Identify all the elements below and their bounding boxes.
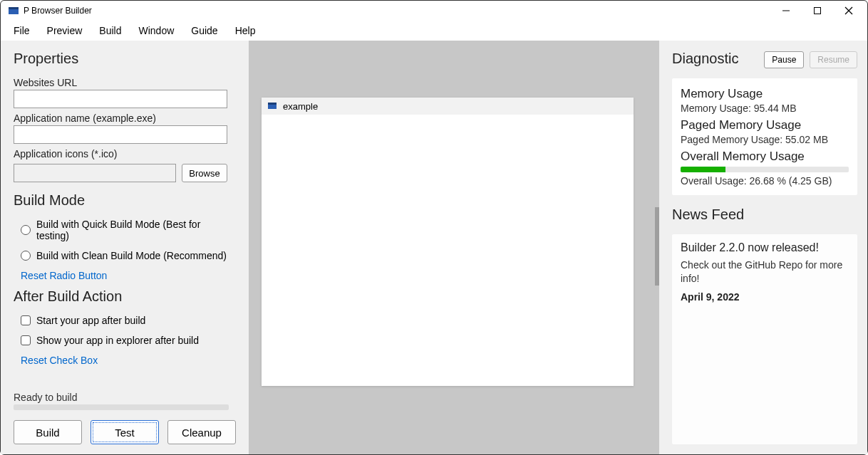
radio-quick-row[interactable]: Build with Quick Build Mode (Best for te… xyxy=(21,219,236,241)
menu-file[interactable]: File xyxy=(6,23,37,38)
check-show-row[interactable]: Show your app in explorer after build xyxy=(21,335,236,346)
browse-button[interactable]: Browse xyxy=(182,164,227,182)
app-icon xyxy=(267,101,277,111)
checkbox-icon xyxy=(21,315,31,325)
window-title: P Browser Builder xyxy=(24,6,92,16)
pause-button[interactable]: Pause xyxy=(764,51,804,68)
preview-title-text: example xyxy=(283,101,318,112)
menu-guide[interactable]: Guide xyxy=(184,23,224,38)
radio-icon xyxy=(21,251,31,261)
overall-memory-fill xyxy=(681,167,725,172)
check-show-label: Show your app in explorer after build xyxy=(36,335,199,346)
app-window: P Browser Builder File Preview Build Win… xyxy=(0,0,868,455)
resume-button[interactable]: Resume xyxy=(810,51,857,68)
maximize-button[interactable] xyxy=(802,1,833,21)
news-title: Builder 2.2.0 now released! xyxy=(681,241,849,254)
memory-usage-value: Memory Usage: 95.44 MB xyxy=(681,103,849,114)
minimize-icon xyxy=(782,6,790,15)
maximize-icon xyxy=(813,6,822,15)
menu-window[interactable]: Window xyxy=(132,23,182,38)
icons-input[interactable] xyxy=(14,164,176,182)
overall-memory-bar xyxy=(681,167,849,172)
svg-rect-1 xyxy=(9,7,19,9)
paged-memory-heading: Paged Memory Usage xyxy=(681,118,849,132)
checkbox-icon xyxy=(21,335,31,345)
window-controls xyxy=(770,1,864,21)
menu-help[interactable]: Help xyxy=(228,23,263,38)
reset-check-link[interactable]: Reset Check Box xyxy=(21,355,236,366)
build-mode-heading: Build Mode xyxy=(14,192,236,209)
news-feed-heading: News Feed xyxy=(672,206,857,223)
test-button[interactable]: Test xyxy=(91,420,159,444)
radio-clean-row[interactable]: Build with Clean Build Mode (Recommend) xyxy=(21,250,236,261)
icons-label: Application icons (*.ico) xyxy=(14,148,236,159)
close-icon xyxy=(844,6,853,15)
build-status: Ready to build xyxy=(14,392,236,403)
diagnostic-card: Memory Usage Memory Usage: 95.44 MB Page… xyxy=(672,78,857,195)
paged-memory-value: Paged Memory Usage: 55.02 MB xyxy=(681,134,849,145)
diagnostic-heading: Diagnostic xyxy=(672,51,758,67)
news-date: April 9, 2022 xyxy=(681,291,849,303)
appname-input[interactable] xyxy=(14,125,227,144)
content-area: Properties Websites URL Application name… xyxy=(1,41,867,454)
preview-window[interactable]: example xyxy=(262,98,634,386)
radio-quick-label: Build with Quick Build Mode (Best for te… xyxy=(36,219,236,241)
news-card: Builder 2.2.0 now released! Check out th… xyxy=(672,234,857,444)
reset-radio-link[interactable]: Reset Radio Button xyxy=(21,270,236,281)
properties-heading: Properties xyxy=(14,51,236,67)
appname-label: Application name (example.exe) xyxy=(14,113,236,124)
titlebar: P Browser Builder xyxy=(1,1,867,21)
menu-preview[interactable]: Preview xyxy=(40,23,90,38)
build-button[interactable]: Build xyxy=(14,420,82,444)
after-build-heading: After Build Action xyxy=(14,288,236,305)
svg-rect-7 xyxy=(268,103,277,105)
url-label: Websites URL xyxy=(14,77,236,88)
radio-icon xyxy=(21,225,31,235)
cleanup-button[interactable]: Cleanup xyxy=(167,420,236,444)
splitter-handle[interactable] xyxy=(655,207,659,286)
url-input[interactable] xyxy=(14,90,227,108)
properties-panel: Properties Websites URL Application name… xyxy=(1,41,249,454)
close-button[interactable] xyxy=(833,1,864,21)
svg-rect-3 xyxy=(815,8,821,14)
check-start-label: Start your app after build xyxy=(36,315,145,326)
diagnostic-panel: Diagnostic Pause Resume Memory Usage Mem… xyxy=(659,41,867,454)
minimize-button[interactable] xyxy=(770,1,802,21)
radio-clean-label: Build with Clean Build Mode (Recommend) xyxy=(36,250,227,261)
build-progress xyxy=(14,404,229,410)
overall-memory-heading: Overall Memory Usage xyxy=(681,150,849,164)
preview-titlebar: example xyxy=(262,98,634,115)
menubar: File Preview Build Window Guide Help xyxy=(1,21,867,41)
memory-usage-heading: Memory Usage xyxy=(681,87,849,101)
preview-area: example xyxy=(249,41,659,454)
overall-memory-value: Overall Usage: 26.68 % (4.25 GB) xyxy=(681,175,849,187)
app-icon xyxy=(8,5,19,16)
menu-build[interactable]: Build xyxy=(92,23,128,38)
check-start-row[interactable]: Start your app after build xyxy=(21,315,236,326)
news-body: Check out the GitHub Repo for more info! xyxy=(681,258,849,286)
